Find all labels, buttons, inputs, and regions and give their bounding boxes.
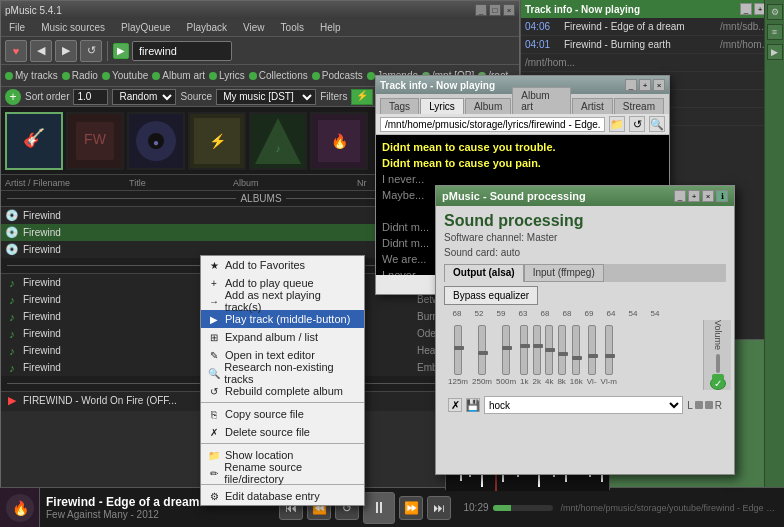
sound-info[interactable]: ℹ xyxy=(716,190,728,202)
album-art-image-2: ● xyxy=(129,114,183,168)
sidebar-btn-2[interactable]: ▶ xyxy=(767,44,783,60)
source-youtube[interactable]: Youtube xyxy=(102,70,148,81)
track-info-close[interactable]: × xyxy=(653,79,665,91)
source-radio[interactable]: Radio xyxy=(62,70,98,81)
back-button[interactable]: ◀ xyxy=(30,40,52,62)
maximize-button[interactable]: □ xyxy=(489,4,501,16)
sound-close[interactable]: × xyxy=(702,190,714,202)
ctx-add-next[interactable]: → Add as next playing track(s) xyxy=(201,292,364,310)
preset-save-button[interactable]: 💾 xyxy=(466,398,480,412)
preset-select[interactable]: hock xyxy=(484,396,683,414)
menu-tools[interactable]: Tools xyxy=(277,22,308,33)
sidebar-btn-1[interactable]: ≡ xyxy=(767,24,783,40)
tab-lyrics[interactable]: Lyrics xyxy=(420,98,464,114)
track-location-search[interactable]: 🔍 xyxy=(649,116,665,132)
sound-tab-input[interactable]: Input (ffmpeg) xyxy=(524,264,604,282)
eq-val-4: 68 xyxy=(536,309,554,318)
file-path: /mnt/home/pmusic/storage/youtube/firewin… xyxy=(557,503,784,513)
track-location-input[interactable] xyxy=(380,117,605,132)
next-button[interactable]: ⏭ xyxy=(427,496,451,520)
source-select[interactable]: My music [DST] xyxy=(216,89,316,105)
location-bar[interactable]: firewind xyxy=(132,41,232,61)
album-art-item-1[interactable]: FW xyxy=(66,112,124,170)
source-my-tracks[interactable]: My tracks xyxy=(5,70,58,81)
queue-track-0: Firewind - Edge of a dream xyxy=(564,21,716,32)
location-icon: 📁 xyxy=(207,448,221,462)
menu-playqueue[interactable]: PlayQueue xyxy=(117,22,174,33)
menu-music-sources[interactable]: Music sources xyxy=(37,22,109,33)
tab-artist[interactable]: Artist xyxy=(572,98,613,114)
now-playing-subtitle: Few Against Many - 2012 xyxy=(46,509,265,520)
eq-freq-7: 16k xyxy=(570,377,583,386)
right-channel-label: R xyxy=(715,400,722,411)
tab-album[interactable]: Album xyxy=(465,98,511,114)
seek-fwd-button[interactable]: ⏩ xyxy=(399,496,423,520)
right-channel-meter xyxy=(705,401,713,409)
eq-slider-0: 125m xyxy=(448,325,468,386)
sort-type-select[interactable]: Random xyxy=(112,89,176,105)
source-album-art[interactable]: Album art xyxy=(152,70,205,81)
track-icon-2: ♪ xyxy=(5,310,19,324)
bypass-equalizer-button[interactable]: Bypass equalizer xyxy=(444,286,538,305)
sort-value-input[interactable] xyxy=(73,89,108,105)
heart-icon[interactable]: ♥ xyxy=(5,40,27,62)
preset-delete-button[interactable]: ✗ xyxy=(448,398,462,412)
ctx-rebuild[interactable]: ↺ Rebuild complete album xyxy=(201,382,364,400)
album-art-item-2[interactable]: ● xyxy=(127,112,185,170)
forward-button[interactable]: ▶ xyxy=(55,40,77,62)
ctx-add-favorites[interactable]: ★ Add to Favorites xyxy=(201,256,364,274)
queue-item-1[interactable]: 04:01 Firewind - Burning earth /mnt/hom.… xyxy=(521,36,784,54)
queue-item-2[interactable]: /mnt/hom... xyxy=(521,54,784,72)
sound-processing-window: pMusic - Sound processing _ + × ℹ Sound … xyxy=(435,185,735,475)
track-icon-0: ♪ xyxy=(5,276,19,290)
menu-file[interactable]: File xyxy=(5,22,29,33)
tab-tags[interactable]: Tags xyxy=(380,98,419,114)
sidebar-btn-0[interactable]: ⚙ xyxy=(767,4,783,20)
album-art-item-4[interactable]: ♪ xyxy=(249,112,307,170)
ctx-delete-source[interactable]: ✗ Delete source file xyxy=(201,423,364,441)
minimize-button[interactable]: _ xyxy=(475,4,487,16)
track-info-maximize[interactable]: + xyxy=(639,79,651,91)
track-info-minimize[interactable]: _ xyxy=(625,79,637,91)
ctx-edit-db[interactable]: ⚙ Edit database entry xyxy=(201,487,364,505)
eq-val-2: 59 xyxy=(492,309,510,318)
ctx-rename[interactable]: ✏ Rename source file/directory xyxy=(201,464,364,482)
add-source-button[interactable]: + xyxy=(5,89,21,105)
track-location-refresh[interactable]: ↺ xyxy=(629,116,645,132)
source-podcasts[interactable]: Podcasts xyxy=(312,70,363,81)
queue-item-0[interactable]: 04:06 Firewind - Edge of a dream /mnt/sd… xyxy=(521,18,784,36)
menu-view[interactable]: View xyxy=(239,22,269,33)
tab-album-art[interactable]: Album art xyxy=(512,87,571,114)
eq-slider-7: 16k xyxy=(570,325,583,386)
album-art-item-3[interactable]: ⚡ xyxy=(188,112,246,170)
track-location-open[interactable]: 📁 xyxy=(609,116,625,132)
svg-text:●: ● xyxy=(153,137,159,148)
sound-maximize[interactable]: + xyxy=(688,190,700,202)
sound-tab-output[interactable]: Output (alsa) xyxy=(444,264,524,282)
filter-button[interactable]: ⚡ xyxy=(351,89,373,105)
album-art-item-0[interactable]: 🎸 xyxy=(5,112,63,170)
sound-channel-info: Software channel: Master xyxy=(444,232,726,243)
menu-help[interactable]: Help xyxy=(316,22,345,33)
source-lyrics[interactable]: Lyrics xyxy=(209,70,245,81)
source-collections[interactable]: Collections xyxy=(249,70,308,81)
menu-playback[interactable]: Playback xyxy=(183,22,232,33)
ctx-expand-album[interactable]: ⊞ Expand album / list xyxy=(201,328,364,346)
volume-track[interactable] xyxy=(716,354,720,373)
play-pause-button[interactable]: ⏸ xyxy=(363,492,395,524)
sound-content: Sound processing Software channel: Maste… xyxy=(436,206,734,420)
eq-val-5: 68 xyxy=(558,309,576,318)
progress-bar[interactable] xyxy=(493,505,553,511)
album-art-item-5[interactable]: 🔥 xyxy=(310,112,368,170)
queue-minimize[interactable]: _ xyxy=(740,3,752,15)
svg-text:🔥: 🔥 xyxy=(331,133,349,150)
ctx-play-track[interactable]: ▶ Play track (middle-button) xyxy=(201,310,364,328)
ctx-copy-source[interactable]: ⎘ Copy source file xyxy=(201,405,364,423)
tab-stream[interactable]: Stream xyxy=(614,98,664,114)
eq-slider-8: Vl- xyxy=(587,325,597,386)
sound-minimize[interactable]: _ xyxy=(674,190,686,202)
ctx-research[interactable]: 🔍 Research non-existing tracks xyxy=(201,364,364,382)
queue-title-text: Track info - Now playing xyxy=(525,4,640,15)
up-button[interactable]: ↺ xyxy=(80,40,102,62)
close-button[interactable]: × xyxy=(503,4,515,16)
